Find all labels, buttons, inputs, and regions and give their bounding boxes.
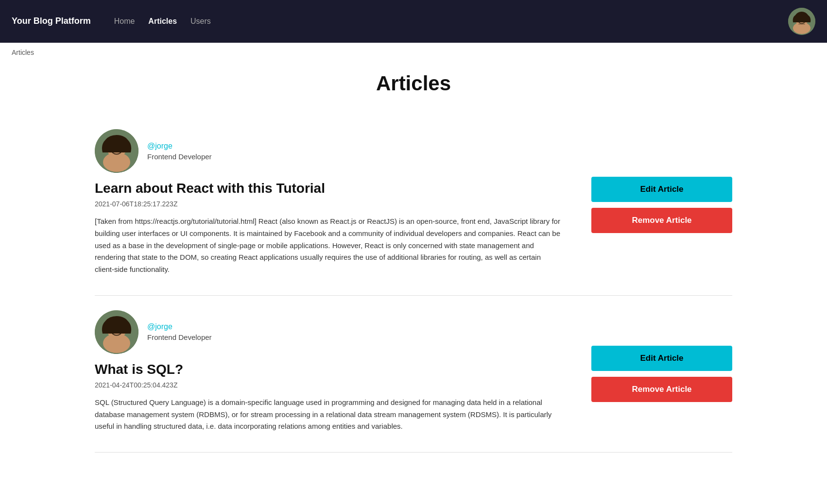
brand-name: Your Blog Platform [12, 16, 91, 27]
breadcrumb-link[interactable]: Articles [12, 49, 34, 56]
author-info: @jorge Frontend Developer [147, 142, 212, 161]
svg-point-13 [103, 334, 130, 353]
edit-article-button[interactable]: Edit Article [591, 177, 732, 202]
author-username[interactable]: @jorge [147, 142, 212, 151]
article-body: SQL (Structured Query Language) is a dom… [95, 397, 561, 433]
navbar: Your Blog Platform Home Articles Users [0, 0, 827, 43]
article-card: @jorge Frontend Developer What is SQL? 2… [95, 296, 732, 453]
nav-articles[interactable]: Articles [148, 17, 177, 26]
remove-article-button[interactable]: Remove Article [591, 377, 732, 402]
svg-rect-5 [798, 23, 805, 25]
svg-point-8 [103, 152, 130, 172]
article-card: @jorge Frontend Developer Learn about Re… [95, 115, 732, 296]
author-role: Frontend Developer [147, 152, 212, 161]
edit-article-button[interactable]: Edit Article [591, 346, 732, 371]
nav-home[interactable]: Home [114, 17, 135, 26]
article-actions: Edit Article Remove Article [591, 346, 732, 402]
nav-links: Home Articles Users [114, 17, 815, 26]
article-actions: Edit Article Remove Article [591, 177, 732, 233]
nav-users[interactable]: Users [190, 17, 211, 26]
user-avatar[interactable] [788, 8, 815, 35]
page-title: Articles [95, 72, 732, 95]
article-body: [Taken from https://reactjs.org/tutorial… [95, 216, 561, 276]
author-username[interactable]: @jorge [147, 322, 212, 331]
remove-article-button[interactable]: Remove Article [591, 208, 732, 233]
breadcrumb: Articles [0, 43, 827, 62]
author-avatar [95, 129, 138, 173]
author-info: @jorge Frontend Developer [147, 322, 212, 341]
author-row: @jorge Frontend Developer [95, 129, 732, 173]
author-avatar [95, 310, 138, 354]
page-content: Articles @jorge Frontend Developer Learn [83, 62, 744, 482]
author-role: Frontend Developer [147, 333, 212, 341]
